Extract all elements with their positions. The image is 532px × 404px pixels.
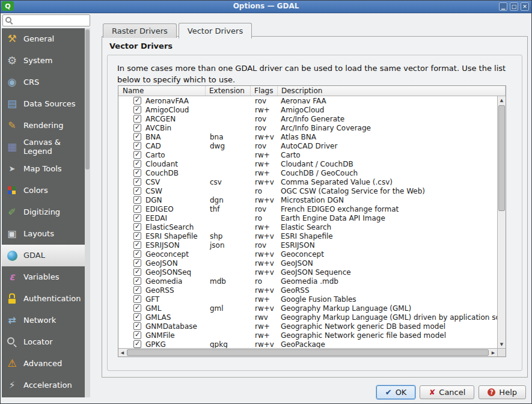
driver-checkbox[interactable] xyxy=(133,160,141,168)
minimize-button[interactable] xyxy=(499,2,507,11)
driver-checkbox[interactable] xyxy=(133,106,141,114)
sidebar-item-canvas-legend[interactable]: Canvas & Legend xyxy=(2,136,85,158)
driver-checkbox[interactable] xyxy=(133,322,141,330)
table-row[interactable]: ESRI Shapefile shp rw+v ESRI Shapefile xyxy=(118,231,497,240)
column-header-flags[interactable]: Flags xyxy=(251,86,278,96)
table-row[interactable]: GNMDatabase rw+ Geographic Network gener… xyxy=(118,322,497,331)
driver-checkbox[interactable] xyxy=(133,295,141,303)
sidebar-item-authentication[interactable]: Authentication xyxy=(2,288,85,310)
table-row[interactable]: CSV csv rw+v Comma Separated Value (.csv… xyxy=(118,177,497,186)
horizontal-scroll-thumb[interactable] xyxy=(127,349,489,356)
table-row[interactable]: GeoJSONSeq rw+v GeoJSON Sequence xyxy=(118,268,497,277)
table-row[interactable]: AmigoCloud rw+ AmigoCloud xyxy=(118,105,497,114)
sidebar-item-data-sources[interactable]: Data Sources xyxy=(2,93,85,115)
vertical-scroll-thumb[interactable] xyxy=(498,105,505,211)
close-button[interactable] xyxy=(521,2,529,11)
table-row[interactable]: GNMFile rw+ Geographic Network generic f… xyxy=(118,331,497,340)
cell-name: GML xyxy=(118,304,206,313)
table-row[interactable]: GMLAS rwv Geography Markup Language (GML… xyxy=(118,313,497,322)
titlebar[interactable]: Q Options — GDAL xyxy=(1,1,531,13)
settings-search-input[interactable] xyxy=(14,15,90,26)
sidebar-item-rendering[interactable]: Rendering xyxy=(2,115,85,136)
table-row[interactable]: AeronavFAA rov Aeronav FAA xyxy=(118,96,497,105)
horizontal-scrollbar[interactable]: ◀ ▶ xyxy=(118,348,497,357)
scroll-right-icon[interactable]: ▶ xyxy=(489,349,497,357)
table-row[interactable]: GeoRSS rw+v GeoRSS xyxy=(118,286,497,295)
driver-checkbox[interactable] xyxy=(133,232,141,240)
table-row[interactable]: Geoconcept rw+v Geoconcept xyxy=(118,249,497,259)
driver-checkbox[interactable] xyxy=(133,133,141,141)
table-row[interactable]: EEDAI ro Earth Engine Data API Image xyxy=(118,213,497,222)
driver-checkbox[interactable] xyxy=(133,286,141,294)
table-row[interactable]: CAD dwg rov AutoCAD Driver xyxy=(118,141,497,150)
table-row[interactable]: GPKG gpkg rw+v GeoPackage xyxy=(118,340,497,348)
driver-checkbox[interactable] xyxy=(133,304,141,312)
ok-button[interactable]: OK xyxy=(376,385,416,399)
table-row[interactable]: DGN dgn rw+v Microstation DGN xyxy=(118,195,497,204)
tab-raster-drivers[interactable]: Raster Drivers xyxy=(103,23,177,38)
table-row[interactable]: GML gml rw+v Geography Markup Language (… xyxy=(118,304,497,313)
driver-checkbox[interactable] xyxy=(133,151,141,159)
help-button[interactable]: Help xyxy=(478,385,526,399)
driver-checkbox[interactable] xyxy=(133,313,141,321)
sidebar-scrollbar[interactable] xyxy=(85,28,90,397)
driver-checkbox[interactable] xyxy=(133,277,141,285)
driver-checkbox[interactable] xyxy=(133,187,141,195)
table-row[interactable]: AVCBin rov Arc/Info Binary Coverage xyxy=(118,123,497,132)
sidebar-item-general[interactable]: General xyxy=(2,28,85,50)
scroll-up-icon[interactable]: ▲ xyxy=(498,96,506,104)
cell-name: CouchDB xyxy=(118,169,206,177)
cancel-button[interactable]: Cancel xyxy=(420,385,474,399)
driver-checkbox[interactable] xyxy=(133,178,141,186)
driver-checkbox[interactable] xyxy=(133,124,141,132)
scroll-left-icon[interactable]: ◀ xyxy=(118,349,126,357)
sidebar-item-network[interactable]: Network xyxy=(2,310,85,331)
driver-checkbox[interactable] xyxy=(133,340,141,348)
table-row[interactable]: GFT rw+ Google Fusion Tables xyxy=(118,295,497,304)
sidebar-item-variables[interactable]: Variables xyxy=(2,266,85,288)
sidebar-item-gdal[interactable]: GDAL xyxy=(2,245,85,266)
tab-vector-drivers[interactable]: Vector Drivers xyxy=(179,23,252,38)
driver-checkbox[interactable] xyxy=(133,331,141,339)
driver-checkbox[interactable] xyxy=(133,115,141,123)
table-row[interactable]: CSW ro OGC CSW (Catalog Service for the … xyxy=(118,186,497,195)
column-header-description[interactable]: Description xyxy=(278,86,506,96)
layout-page-icon xyxy=(5,227,19,240)
driver-checkbox[interactable] xyxy=(133,259,141,267)
sidebar-item-layouts[interactable]: Layouts xyxy=(2,223,85,245)
column-header-extension[interactable]: Extension xyxy=(206,86,251,96)
sidebar-item-system[interactable]: System xyxy=(2,50,85,72)
table-row[interactable]: Cloudant rw+ Cloudant / CouchDB xyxy=(118,159,497,168)
table-row[interactable]: ARCGEN rov Arc/Info Generate xyxy=(118,114,497,123)
driver-checkbox[interactable] xyxy=(133,250,141,258)
table-row[interactable]: ElasticSearch rw+ Elastic Search xyxy=(118,222,497,231)
sidebar-item-colors[interactable]: Colors xyxy=(2,180,85,201)
driver-checkbox[interactable] xyxy=(133,205,141,213)
table-row[interactable]: ESRIJSON json rov ESRIJSON xyxy=(118,240,497,249)
scroll-down-icon[interactable]: ▼ xyxy=(498,340,506,348)
table-row[interactable]: Carto rw+ Carto xyxy=(118,150,497,159)
sidebar-item-map-tools[interactable]: Map Tools xyxy=(2,158,85,180)
table-row[interactable]: EDIGEO thf rov French EDIGEO exchange fo… xyxy=(118,204,497,213)
sidebar-item-acceleration[interactable]: Acceleration xyxy=(2,375,85,396)
table-row[interactable]: Geomedia mdb ro Geomedia .mdb xyxy=(118,277,497,286)
driver-checkbox[interactable] xyxy=(133,241,141,249)
driver-checkbox[interactable] xyxy=(133,223,141,231)
sidebar-item-locator[interactable]: Locator xyxy=(2,331,85,353)
driver-checkbox[interactable] xyxy=(133,142,141,150)
driver-checkbox[interactable] xyxy=(133,196,141,204)
driver-checkbox[interactable] xyxy=(133,169,141,177)
driver-checkbox[interactable] xyxy=(133,214,141,222)
table-row[interactable]: CouchDB rw+ CouchDB / GeoCouch xyxy=(118,168,497,177)
driver-checkbox[interactable] xyxy=(133,97,141,105)
table-row[interactable]: BNA bna rw+v Atlas BNA xyxy=(118,132,497,141)
sidebar-item-crs[interactable]: CRS xyxy=(2,72,85,93)
sidebar-item-digitizing[interactable]: Digitizing xyxy=(2,201,85,223)
sidebar-item-advanced[interactable]: Advanced xyxy=(2,353,85,375)
driver-checkbox[interactable] xyxy=(133,268,141,276)
sidebar-scroll-thumb[interactable] xyxy=(85,29,90,170)
table-row[interactable]: GeoJSON rw+v GeoJSON xyxy=(118,259,497,268)
maximize-button[interactable] xyxy=(510,2,518,11)
column-header-name[interactable]: Name xyxy=(118,86,206,96)
vertical-scrollbar[interactable]: ▲ ▼ xyxy=(497,96,506,348)
